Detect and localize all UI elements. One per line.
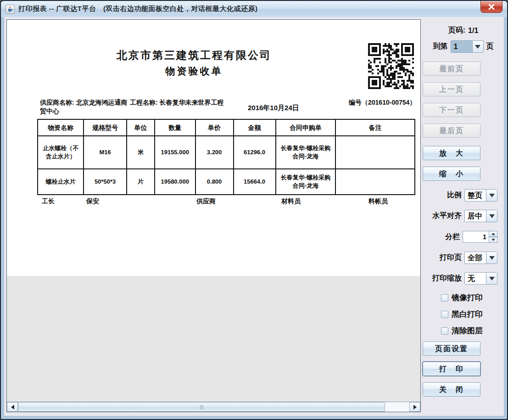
cell-material: 螺栓止水片 [38, 169, 84, 195]
print-scale-value: 无 [465, 273, 486, 284]
print-scale-select[interactable]: 无 [464, 272, 497, 285]
prev-page-button[interactable]: 上一页 [423, 82, 480, 96]
spin-up-button[interactable] [489, 231, 497, 237]
goto-page-suffix: 页 [486, 42, 494, 51]
cell-material: 止水螺栓（不含止水片） [38, 136, 84, 169]
bw-print-option[interactable]: 黑白打印 [423, 309, 504, 319]
print-pages-value: 全部 [465, 252, 486, 263]
cell-spec: M16 [84, 136, 127, 169]
halign-label: 水平对齐 [432, 211, 462, 221]
scale-select[interactable]: 整页 [464, 189, 497, 202]
page-indicator: 页码: 1/1 [423, 26, 504, 35]
signature-supplier: 供应商 [196, 197, 216, 206]
materials-table: 物资名称 规格型号 单位 数量 单价 金额 合同申购单 备注 止水螺栓（不含止水… [37, 119, 415, 195]
cell-unit: 米 [127, 136, 155, 169]
signature-accountant: 料帐员 [368, 197, 388, 206]
print-pages-row: 打印页 全部 [423, 252, 504, 264]
form-title: 物资验收单 [7, 65, 381, 78]
columns-stepper[interactable]: 1 [463, 231, 497, 243]
col-header-remark: 备注 [335, 119, 415, 136]
cell-contract: 长春复华-螺栓采购合同-龙海 [276, 169, 336, 195]
java-app-icon [6, 5, 15, 14]
cell-unit: 片 [127, 169, 155, 195]
columns-label: 分栏 [445, 232, 460, 242]
company-name: 北京市第三建筑工程有限公司 [7, 48, 381, 62]
print-report-dialog: 打印报表 -- 广联达T平台 (双击右边功能面板空白处，对话框最大化或还原) 北… [0, 0, 508, 420]
table-row: 螺栓止水片 50*50*3 片 19580.000 0.800 15664.0 … [38, 169, 415, 195]
col-header-contract: 合同申购单 [276, 119, 336, 136]
page-number-label: 页码: [448, 26, 465, 35]
signature-material-clerk: 材料员 [281, 197, 301, 206]
goto-page-select[interactable]: 1 [451, 40, 484, 53]
report-preview-pane[interactable]: 北京市第三建筑工程有限公司 物资验收单 供应商名称: 北京龙海鸿运通商贸中心 工… [6, 19, 421, 412]
cell-qty: 19580.000 [155, 169, 195, 195]
cell-remark [335, 169, 415, 195]
signature-security: 保安 [86, 197, 99, 206]
zoom-out-button[interactable]: 缩 小 [423, 167, 480, 181]
zoom-in-button[interactable]: 放 大 [423, 146, 480, 160]
qr-code [365, 40, 417, 92]
supplier-name: 供应商名称: 北京龙海鸿运通商贸中心 [40, 98, 129, 116]
col-header-spec: 规格型号 [84, 119, 127, 136]
mirror-print-option[interactable]: 镜像打印 [423, 292, 504, 303]
page-number-value: 1/1 [468, 27, 478, 35]
print-pages-label: 打印页 [440, 253, 462, 263]
right-arrow-icon [413, 405, 417, 409]
cell-amount: 61296.0 [234, 136, 276, 169]
title-bar[interactable]: 打印报表 -- 广联达T平台 (双击右边功能面板空白处，对话框最大化或还原) [1, 1, 507, 17]
scrollbar-track[interactable] [385, 402, 409, 412]
cell-unit-price: 0.800 [195, 169, 234, 195]
window-title: 打印报表 -- 广联达T平台 (双击右边功能面板空白处，对话框最大化或还原) [18, 5, 257, 13]
chevron-down-icon[interactable] [472, 41, 483, 52]
report-page: 北京市第三建筑工程有限公司 物资验收单 供应商名称: 北京龙海鸿运通商贸中心 工… [7, 20, 420, 276]
table-header-row: 物资名称 规格型号 单位 数量 单价 金额 合同申购单 备注 [38, 119, 415, 136]
grip-icon [203, 405, 203, 409]
col-header-qty: 数量 [155, 119, 195, 136]
cell-spec: 50*50*3 [84, 169, 127, 195]
halign-select[interactable]: 居中 [464, 210, 497, 222]
spin-down-button[interactable] [489, 237, 497, 243]
col-header-amount: 金额 [234, 119, 276, 136]
control-panel: 页码: 1/1 到第 1 页 最前页 上一页 下一页 最后页 放 大 缩 小 比… [423, 19, 504, 416]
scrollbar-thumb[interactable] [18, 402, 385, 412]
last-page-button[interactable]: 最后页 [423, 123, 480, 138]
grip-icon [200, 405, 201, 409]
first-page-button[interactable]: 最前页 [423, 62, 480, 76]
print-pages-select[interactable]: 全部 [464, 252, 497, 264]
clear-layer-label: 清除图层 [452, 325, 483, 336]
scale-row: 比例 整页 [423, 189, 504, 202]
close-window-button[interactable] [480, 1, 502, 13]
clear-layer-option[interactable]: 清除图层 [423, 325, 504, 336]
chevron-down-icon[interactable] [486, 252, 497, 263]
cell-unit-price: 3.200 [195, 136, 234, 169]
col-header-material: 物资名称 [38, 119, 84, 136]
columns-value[interactable]: 1 [463, 231, 489, 243]
grip-icon [201, 405, 202, 409]
close-button[interactable]: 关 闭 [423, 382, 480, 397]
cell-qty: 19155.000 [155, 136, 195, 169]
horizontal-scrollbar[interactable] [7, 402, 420, 412]
scale-value: 整页 [465, 190, 486, 201]
mirror-print-checkbox[interactable] [441, 294, 448, 302]
mirror-print-label: 镜像打印 [452, 292, 483, 303]
project-name: 工程名称: 长春复华未来世界工程 [130, 98, 242, 107]
print-button[interactable]: 打 印 [423, 362, 480, 376]
document-number: 编号（201610-00754） [349, 98, 419, 107]
cell-amount: 15664.0 [234, 169, 276, 195]
bw-print-label: 黑白打印 [452, 309, 483, 319]
scale-label: 比例 [447, 190, 462, 200]
page-setup-button[interactable]: 页面设置 [423, 342, 480, 356]
scroll-right-button[interactable] [409, 402, 420, 412]
chevron-down-icon[interactable] [486, 210, 497, 222]
cell-remark [335, 136, 415, 169]
chevron-down-icon[interactable] [486, 273, 497, 284]
goto-page-prefix: 到第 [433, 42, 448, 51]
goto-page-value: 1 [451, 41, 472, 52]
goto-page-row: 到第 1 页 [423, 40, 504, 53]
next-page-button[interactable]: 下一页 [423, 103, 480, 117]
clear-layer-checkbox[interactable] [441, 327, 448, 335]
chevron-down-icon[interactable] [486, 190, 497, 201]
scroll-left-button[interactable] [7, 402, 18, 412]
bw-print-checkbox[interactable] [441, 311, 448, 318]
col-header-unit-price: 单价 [195, 119, 234, 136]
